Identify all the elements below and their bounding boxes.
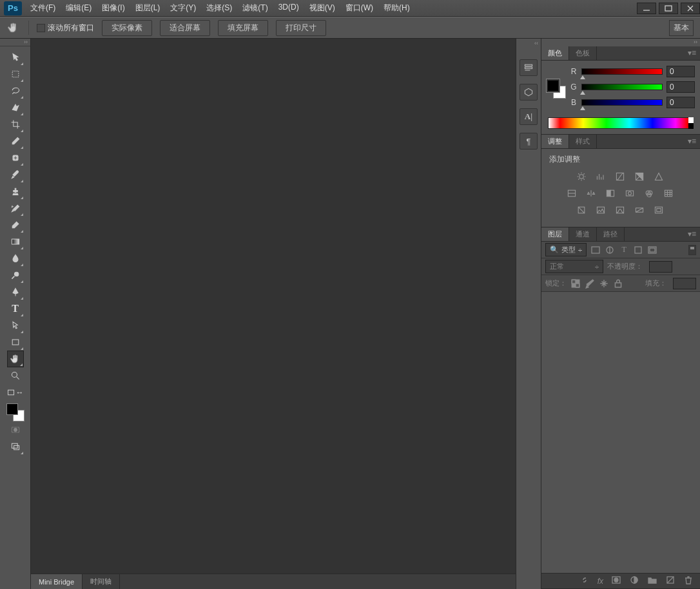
fx-icon[interactable]: fx xyxy=(598,577,603,586)
levels-icon[interactable] xyxy=(596,171,607,182)
maximize-button[interactable] xyxy=(659,3,678,14)
rectangle-tool[interactable] xyxy=(7,334,24,351)
properties-panel-icon[interactable] xyxy=(520,84,538,101)
crop-tool[interactable] xyxy=(7,116,24,133)
vibrance-icon[interactable] xyxy=(654,171,665,182)
color-swatches[interactable] xyxy=(6,403,24,421)
filter-smart-icon[interactable] xyxy=(647,245,657,255)
dodge-tool[interactable] xyxy=(7,267,24,284)
zoom-tool[interactable] xyxy=(7,367,24,384)
foreground-swatch[interactable] xyxy=(6,403,18,415)
menu-type[interactable]: 文字(Y) xyxy=(166,1,200,15)
filter-type-icon[interactable]: T xyxy=(619,245,629,255)
move-tool[interactable] xyxy=(7,49,24,66)
quick-select-tool[interactable] xyxy=(7,99,24,116)
filter-kind-dropdown[interactable]: 🔍类型÷ xyxy=(545,243,587,256)
gradient-map-icon[interactable] xyxy=(634,205,646,215)
hue-sat-icon[interactable] xyxy=(567,188,578,198)
hand-tool[interactable] xyxy=(7,351,24,367)
filter-shape-icon[interactable] xyxy=(633,245,643,255)
tab-layers[interactable]: 图层 xyxy=(541,227,569,241)
filter-toggle[interactable] xyxy=(688,245,696,255)
lock-all-icon[interactable] xyxy=(613,278,623,289)
history-panel-icon[interactable] xyxy=(520,59,538,76)
actual-pixels-button[interactable]: 实际像素 xyxy=(102,20,152,36)
menu-edit[interactable]: 编辑(E) xyxy=(61,1,96,15)
color-balance-icon[interactable] xyxy=(586,188,598,198)
blur-tool[interactable] xyxy=(7,250,24,267)
fill-screen-button[interactable]: 填充屏幕 xyxy=(218,20,268,36)
g-slider[interactable] xyxy=(581,84,663,90)
selective-color-icon[interactable] xyxy=(654,205,665,215)
eraser-tool[interactable] xyxy=(7,217,24,233)
close-button[interactable] xyxy=(681,3,700,14)
tab-adjustments[interactable]: 调整 xyxy=(541,135,569,148)
photo-filter-icon[interactable] xyxy=(625,188,636,198)
marquee-tool[interactable] xyxy=(7,66,24,82)
group-icon[interactable] xyxy=(647,575,657,587)
eyedropper-tool[interactable] xyxy=(7,133,24,150)
exposure-icon[interactable] xyxy=(634,171,646,182)
color-swatch-pair[interactable] xyxy=(547,79,566,99)
lock-pixels-icon[interactable] xyxy=(570,278,581,289)
tab-mini-bridge[interactable]: Mini Bridge xyxy=(31,574,83,589)
color-spectrum-ramp[interactable] xyxy=(548,117,694,129)
b-value-field[interactable]: 0 xyxy=(666,97,695,108)
layers-list[interactable] xyxy=(541,292,700,573)
trash-icon[interactable] xyxy=(683,575,694,587)
r-slider[interactable] xyxy=(581,68,663,75)
color-panel-menu-icon[interactable]: ▾≡ xyxy=(684,46,700,60)
lock-paint-icon[interactable] xyxy=(585,278,595,289)
tab-paths[interactable]: 路径 xyxy=(597,227,625,241)
document-canvas[interactable] xyxy=(31,39,516,574)
history-brush-tool[interactable] xyxy=(7,200,24,217)
b-slider[interactable] xyxy=(581,99,663,106)
type-tool[interactable]: T xyxy=(7,300,24,317)
path-select-tool[interactable] xyxy=(7,317,24,334)
channel-mixer-icon[interactable] xyxy=(644,188,656,198)
mask-icon[interactable] xyxy=(611,575,621,587)
r-value-field[interactable]: 0 xyxy=(666,66,695,77)
new-layer-icon[interactable] xyxy=(665,575,676,587)
paragraph-panel-icon[interactable]: ¶ xyxy=(520,133,538,150)
mini-fg-swatch[interactable] xyxy=(547,79,559,92)
menu-3d[interactable]: 3D(D) xyxy=(274,1,304,15)
adjust-panel-menu-icon[interactable]: ▾≡ xyxy=(684,135,700,148)
black-white-icon[interactable] xyxy=(605,188,617,198)
print-size-button[interactable]: 打印尺寸 xyxy=(276,20,326,36)
fill-field[interactable] xyxy=(673,278,696,289)
layers-panel-menu-icon[interactable]: ▾≡ xyxy=(684,227,700,241)
menu-select[interactable]: 选择(S) xyxy=(202,1,237,15)
healing-brush-tool[interactable] xyxy=(7,150,24,166)
menu-filter[interactable]: 滤镜(T) xyxy=(238,1,272,15)
menu-layer[interactable]: 图层(L) xyxy=(131,1,165,15)
link-layers-icon[interactable] xyxy=(579,575,590,587)
filter-adjust-icon[interactable] xyxy=(605,245,615,255)
lasso-tool[interactable] xyxy=(7,82,24,99)
color-lookup-icon[interactable] xyxy=(663,188,675,198)
edit-toolbar-button[interactable]: ↔ xyxy=(7,384,24,401)
scroll-all-windows-checkbox[interactable]: 滚动所有窗口 xyxy=(37,23,94,34)
menu-help[interactable]: 帮助(H) xyxy=(379,1,414,15)
workspace-switcher[interactable]: 基本 xyxy=(669,20,694,36)
brightness-icon[interactable] xyxy=(576,171,588,182)
tab-swatches[interactable]: 色板 xyxy=(569,46,597,60)
tool-collapse-handle[interactable]: ›› xyxy=(0,39,30,46)
menu-view[interactable]: 视图(V) xyxy=(305,1,340,15)
menu-window[interactable]: 窗口(W) xyxy=(341,1,378,15)
minimize-button[interactable] xyxy=(637,3,656,14)
brush-tool[interactable] xyxy=(7,166,24,183)
screen-mode-toggle[interactable] xyxy=(7,438,24,455)
opacity-field[interactable] xyxy=(649,261,672,273)
character-panel-icon[interactable]: A| xyxy=(520,108,538,125)
posterize-icon[interactable] xyxy=(596,205,607,215)
lock-position-icon[interactable] xyxy=(599,278,609,289)
blend-mode-dropdown[interactable]: 正常÷ xyxy=(545,260,603,273)
fill-adjust-icon[interactable] xyxy=(629,575,639,587)
menu-file[interactable]: 文件(F) xyxy=(26,1,60,15)
panels-collapse-handle[interactable]: ›› xyxy=(541,39,700,46)
curves-icon[interactable] xyxy=(615,171,627,182)
threshold-icon[interactable] xyxy=(615,205,627,215)
gradient-tool[interactable] xyxy=(7,233,24,250)
filter-pixel-icon[interactable] xyxy=(590,245,601,255)
